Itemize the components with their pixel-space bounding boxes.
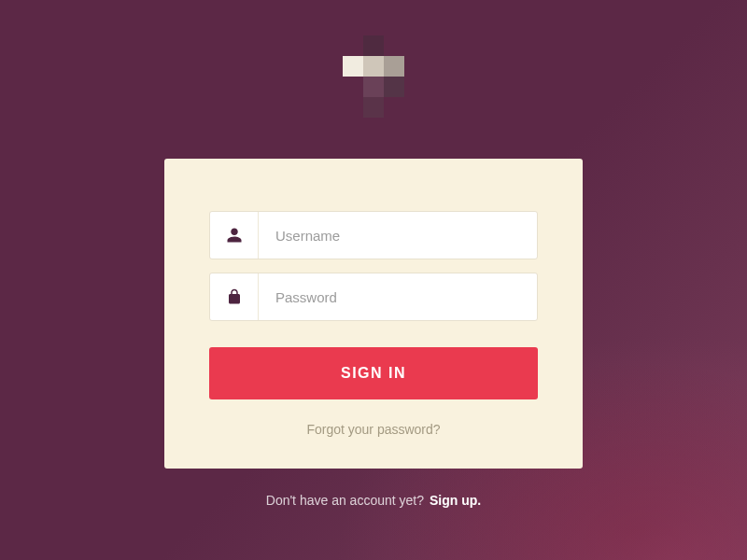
username-field-wrap — [209, 211, 538, 259]
logo-cell — [384, 97, 404, 118]
signup-row: Don't have an account yet? Sign up. — [266, 493, 481, 508]
login-card: SIGN IN Forgot your password? — [164, 159, 583, 469]
logo-cell — [363, 56, 384, 77]
username-input[interactable] — [259, 212, 537, 259]
signin-button[interactable]: SIGN IN — [209, 347, 538, 399]
app-logo — [343, 35, 404, 118]
lock-icon — [210, 273, 259, 320]
password-field-wrap — [209, 273, 538, 321]
user-icon — [210, 212, 259, 259]
signup-link[interactable]: Sign up. — [430, 493, 481, 508]
password-input[interactable] — [259, 273, 537, 320]
logo-cell — [343, 97, 363, 118]
logo-cell — [384, 35, 404, 56]
logo-cell — [384, 56, 404, 77]
logo-cell — [343, 77, 363, 97]
logo-cell — [384, 77, 404, 97]
forgot-password-link[interactable]: Forgot your password? — [209, 422, 538, 437]
logo-cell — [343, 35, 363, 56]
logo-cell — [343, 56, 363, 77]
logo-cell — [363, 35, 384, 56]
logo-cell — [363, 77, 384, 97]
logo-cell — [363, 97, 384, 118]
login-screen: SIGN IN Forgot your password? Don't have… — [0, 0, 747, 560]
signup-prompt: Don't have an account yet? — [266, 493, 424, 508]
